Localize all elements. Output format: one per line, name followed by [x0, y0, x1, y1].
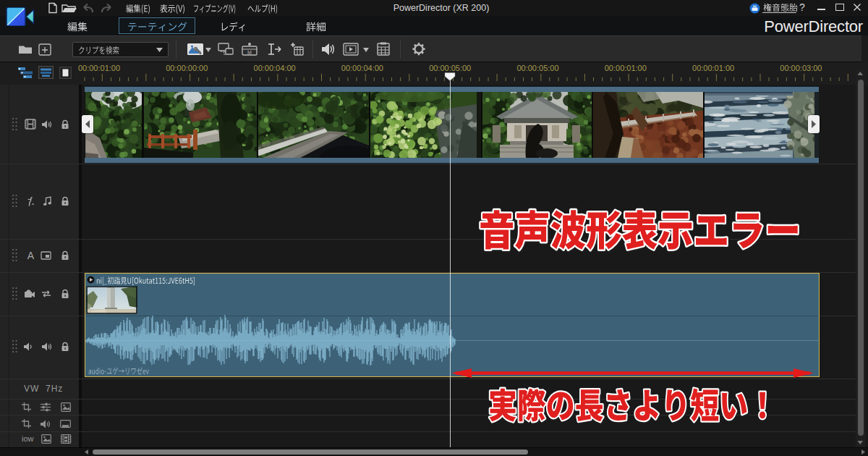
svg-text:M: M: [247, 50, 252, 55]
svg-text:00:00:01:00: 00:00:01:00: [605, 64, 647, 72]
svg-text:00:00:03:00: 00:00:03:00: [780, 64, 822, 72]
svg-text:00:00:04:00: 00:00:04:00: [254, 64, 296, 72]
svg-text:00:00:01:00: 00:00:01:00: [692, 64, 734, 72]
svg-text:00:00:04:00: 00:00:04:00: [341, 64, 383, 72]
svg-text:00:00:05:00: 00:00:05:00: [516, 64, 558, 72]
svg-text:00:00:01:00: 00:00:01:00: [78, 64, 120, 72]
svg-text:A: A: [27, 250, 35, 261]
svg-text:00:00:00:00: 00:00:00:00: [166, 64, 208, 72]
svg-text:00:00:05:00: 00:00:05:00: [429, 64, 471, 72]
